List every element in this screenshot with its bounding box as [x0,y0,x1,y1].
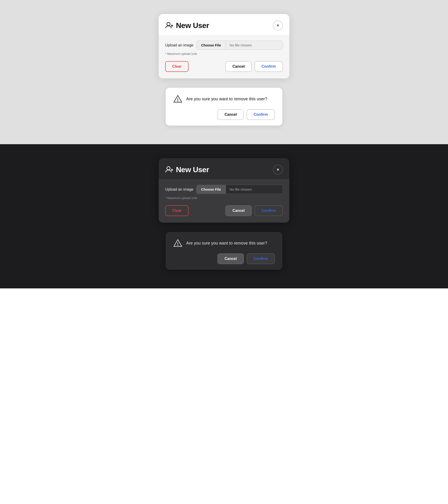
close-button-dark[interactable]: × [273,165,283,175]
confirm-dialog-dark: Are you sure you want to remove this use… [166,232,282,270]
modal-header-light: New User × [159,14,289,35]
svg-point-0 [167,22,170,26]
modal-title-dark: New User [176,165,209,174]
dialog-cancel-button-dark[interactable]: Cancel [217,253,244,264]
confirm-button-light[interactable]: Confirm [254,61,283,72]
user-plus-icon [165,21,174,30]
dialog-confirm-button-dark[interactable]: Confirm [247,253,275,264]
file-input-wrapper-dark: Choose File No file chosen [196,185,283,194]
dialog-cancel-button-light[interactable]: Cancel [217,109,244,120]
clear-button-light[interactable]: Clear [165,61,189,72]
confirm-dialog-body-light: Are you sure you want to remove this use… [173,94,275,104]
max-upload-note-dark: * Maximum upload 1mb [165,196,283,200]
modal-header-left-dark: New User [165,165,209,174]
file-upload-row-light: Upload an image Choose File No file chos… [165,41,283,50]
svg-point-9 [178,245,178,246]
confirm-dialog-buttons-light: Cancel Confirm [173,109,275,120]
file-chosen-text-light: No file chosen [226,41,283,50]
modal-header-dark: New User × [159,158,289,179]
cancel-button-dark[interactable]: Cancel [225,205,251,216]
file-input-wrapper-light: Choose File No file chosen [196,41,283,50]
choose-file-button-light[interactable]: Choose File [197,41,226,50]
action-row-light: Clear Cancel Confirm [165,61,283,72]
modal-body-dark: Upload an image Choose File No file chos… [159,179,289,223]
cancel-button-light[interactable]: Cancel [225,61,251,72]
confirm-dialog-buttons-dark: Cancel Confirm [173,253,275,264]
choose-file-button-dark[interactable]: Choose File [197,185,226,194]
file-chosen-text-dark: No file chosen [226,185,283,194]
warning-icon-dark [173,238,182,248]
confirm-dialog-text-dark: Are you sure you want to remove this use… [186,241,267,246]
modal-header-left: New User [165,21,209,30]
upload-label-light: Upload an image [165,43,194,47]
file-upload-row-dark: Upload an image Choose File No file chos… [165,185,283,194]
svg-point-4 [178,101,178,101]
max-upload-note-light: * Maximum upload 1mb [165,52,283,55]
close-button-light[interactable]: × [273,20,283,30]
modal-title-light: New User [176,21,209,30]
confirm-button-dark[interactable]: Confirm [254,205,283,216]
new-user-modal-light: New User × Upload an image Choose File N… [159,14,289,78]
warning-icon-light [173,94,182,104]
dark-section: New User × Upload an image Choose File N… [0,144,448,288]
dialog-confirm-button-light[interactable]: Confirm [247,109,275,120]
user-plus-icon-dark [165,165,174,174]
upload-label-dark: Upload an image [165,187,194,192]
svg-point-5 [167,167,170,170]
confirm-dialog-light: Are you sure you want to remove this use… [166,88,282,126]
modal-body-light: Upload an image Choose File No file chos… [159,35,289,78]
confirm-dialog-text-light: Are you sure you want to remove this use… [186,97,267,102]
clear-button-dark[interactable]: Clear [165,205,189,216]
action-row-dark: Clear Cancel Confirm [165,205,283,216]
new-user-modal-dark: New User × Upload an image Choose File N… [159,158,289,223]
confirm-dialog-body-dark: Are you sure you want to remove this use… [173,238,275,248]
light-section: New User × Upload an image Choose File N… [0,0,448,144]
